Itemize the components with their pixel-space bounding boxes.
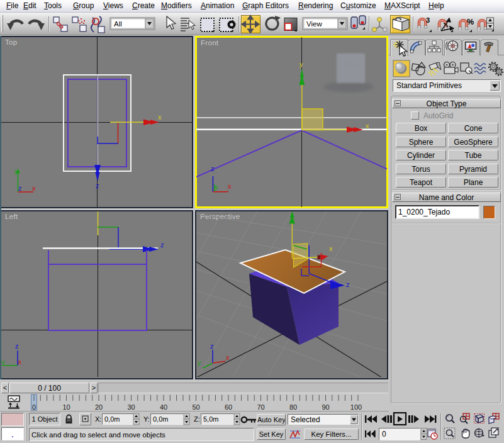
svg-text:x: x xyxy=(158,113,162,121)
svg-text:10: 10 xyxy=(62,403,70,411)
svg-text:y: y xyxy=(215,183,218,191)
svg-text:x: x xyxy=(366,122,369,130)
svg-text:x: x xyxy=(329,245,333,252)
svg-text:90: 90 xyxy=(322,403,329,411)
svg-text:x: x xyxy=(32,184,36,192)
svg-text:All: All xyxy=(114,20,122,28)
svg-text:100: 100 xyxy=(350,403,362,411)
svg-text:%: % xyxy=(467,18,474,26)
svg-text:30: 30 xyxy=(127,403,135,411)
svg-text:20: 20 xyxy=(95,403,103,411)
svg-text:3: 3 xyxy=(426,16,430,24)
svg-text:z: z xyxy=(96,182,99,189)
svg-text:y: y xyxy=(198,359,201,366)
svg-text:y: y xyxy=(300,60,303,68)
svg-text:y: y xyxy=(14,167,18,175)
svg-text:z: z xyxy=(346,281,350,288)
svg-text:z: z xyxy=(210,342,214,350)
svg-text:0: 0 xyxy=(32,403,36,411)
svg-text:80: 80 xyxy=(289,403,297,411)
svg-text:60: 60 xyxy=(225,403,232,411)
svg-text:z: z xyxy=(211,165,215,172)
svg-text:x: x xyxy=(18,358,22,366)
svg-text:x: x xyxy=(228,182,232,190)
svg-text:View: View xyxy=(306,20,322,28)
svg-text:x: x xyxy=(226,354,230,361)
svg-text:50: 50 xyxy=(192,403,199,411)
svg-text:y: y xyxy=(1,358,5,366)
svg-text:z: z xyxy=(18,184,22,192)
svg-text:40: 40 xyxy=(160,403,167,411)
svg-text:z: z xyxy=(160,241,164,249)
svg-text:70: 70 xyxy=(257,403,264,411)
svg-text:z: z xyxy=(15,342,19,350)
